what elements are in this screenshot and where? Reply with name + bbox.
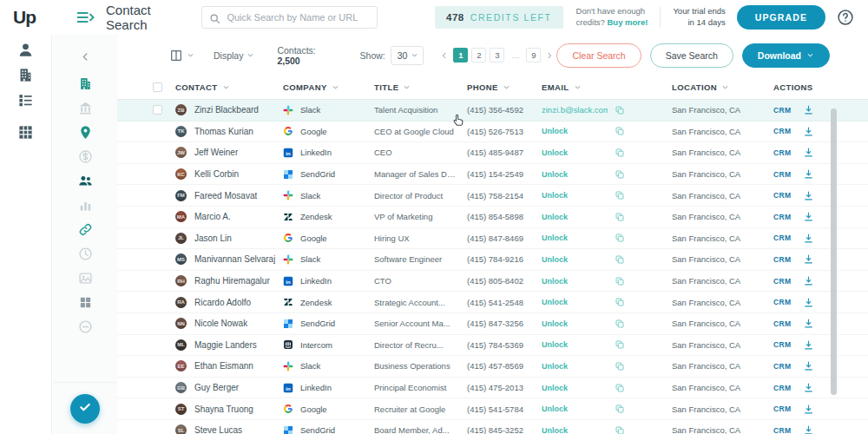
column-header-company[interactable]: COMPANY [283, 82, 374, 92]
crm-button[interactable]: CRM [773, 213, 792, 221]
crm-button[interactable]: CRM [773, 277, 792, 286]
history-filter-icon[interactable] [78, 247, 93, 261]
download-row-icon[interactable] [803, 126, 814, 137]
copy-icon[interactable] [615, 126, 625, 136]
email-value[interactable]: Unlock [542, 362, 608, 371]
download-row-icon[interactable] [803, 168, 814, 180]
sidebar-toggle-icon[interactable] [76, 10, 95, 24]
table-row[interactable]: ST Shayna Truong Google Recruiter at Goo… [117, 398, 868, 420]
crm-button[interactable]: CRM [773, 127, 792, 135]
copy-icon[interactable] [615, 276, 625, 286]
crm-button[interactable]: CRM [773, 319, 792, 328]
email-value[interactable]: Unlock [542, 340, 608, 349]
table-row[interactable]: RH Raghu Hiremagalur in LinkedIn CTO (41… [117, 271, 868, 293]
display-dropdown[interactable]: Display [214, 50, 254, 61]
crm-button[interactable]: CRM [773, 106, 792, 115]
search-input[interactable] [227, 12, 370, 23]
email-value[interactable]: Unlock [542, 255, 608, 264]
columns-layout-control[interactable] [169, 49, 194, 62]
list-view-icon[interactable] [17, 92, 34, 108]
table-row[interactable]: TK Thomas Kurian Google CEO at Google Cl… [117, 122, 868, 143]
copy-icon[interactable] [615, 297, 625, 307]
email-value[interactable]: Unlock [542, 233, 608, 242]
copy-icon[interactable] [615, 254, 625, 265]
copy-icon[interactable] [615, 148, 625, 158]
download-row-icon[interactable] [803, 233, 814, 244]
revenue-filter-icon[interactable] [78, 149, 93, 164]
table-row[interactable]: JW Jeff Weiner in LinkedIn CEO (415) 485… [117, 142, 868, 164]
email-value[interactable]: Unlock [542, 213, 608, 221]
copy-icon[interactable] [615, 404, 625, 414]
crm-button[interactable]: CRM [773, 426, 792, 434]
download-row-icon[interactable] [803, 211, 814, 222]
table-row[interactable]: FM Fareed Mosavat Slack Director of Prod… [117, 185, 868, 207]
email-value[interactable]: Unlock [542, 384, 608, 392]
app-logo[interactable]: Up [0, 7, 49, 28]
download-row-icon[interactable] [803, 275, 814, 286]
download-row-icon[interactable] [803, 424, 814, 434]
copy-icon[interactable] [615, 105, 625, 115]
copy-icon[interactable] [615, 361, 625, 372]
buy-more-link[interactable]: Buy more! [607, 17, 648, 27]
growth-filter-icon[interactable] [78, 198, 93, 213]
download-row-icon[interactable] [803, 382, 814, 393]
column-header-phone[interactable]: PHONE [467, 82, 542, 92]
exclude-filter-icon[interactable] [78, 319, 93, 334]
email-value[interactable]: Unlock [542, 298, 608, 306]
table-row[interactable]: NN Nicole Nowak SendGrid Senior Account … [117, 313, 868, 335]
company-building-icon[interactable] [17, 67, 34, 83]
crm-button[interactable]: CRM [773, 362, 792, 371]
table-row[interactable]: ML Maggie Landers Intercom Director of R… [117, 335, 868, 357]
page-button[interactable]: 9 [526, 48, 541, 62]
download-row-icon[interactable] [803, 318, 814, 329]
download-row-icon[interactable] [803, 297, 814, 308]
copy-icon[interactable] [615, 319, 625, 329]
user-icon[interactable] [17, 42, 34, 58]
page-size-select[interactable]: 30 [391, 46, 424, 65]
crm-button[interactable]: CRM [773, 233, 792, 242]
copy-icon[interactable] [615, 383, 625, 393]
column-header-title[interactable]: TITLE [374, 82, 467, 92]
download-row-icon[interactable] [803, 147, 814, 158]
row-checkbox[interactable] [153, 105, 162, 115]
column-header-email[interactable]: EMAIL [542, 82, 672, 92]
upgrade-button[interactable]: UPGRADE [737, 5, 825, 30]
copy-icon[interactable] [615, 169, 625, 180]
crm-button[interactable]: CRM [773, 255, 792, 264]
copy-icon[interactable] [615, 190, 625, 201]
crm-button[interactable]: CRM [773, 384, 792, 392]
column-header-location[interactable]: LOCATION [672, 82, 773, 92]
download-row-icon[interactable] [803, 190, 814, 201]
crm-button[interactable]: CRM [773, 404, 792, 413]
help-icon[interactable] [837, 9, 854, 26]
prev-page-icon[interactable] [440, 51, 449, 60]
email-value[interactable]: Unlock [542, 148, 608, 157]
links-filter-icon[interactable] [78, 222, 93, 237]
table-row[interactable]: RA Ricardo Adolfo Zendesk Strategic Acco… [117, 292, 868, 313]
table-row[interactable]: JL Jason Lin Google Hiring UX (415) 847-… [117, 228, 868, 250]
copy-icon[interactable] [615, 339, 625, 350]
crm-button[interactable]: CRM [773, 298, 792, 306]
email-value[interactable]: Unlock [542, 404, 608, 413]
email-value[interactable]: Unlock [542, 319, 608, 328]
column-header-contact[interactable]: CONTACT [175, 82, 283, 92]
table-row[interactable]: MA Marcio A. Zendesk VP of Marketing (41… [117, 207, 868, 228]
clear-search-button[interactable]: Clear Search [556, 43, 641, 68]
page-button[interactable]: 3 [490, 48, 504, 62]
table-row[interactable]: KC Kelli Corbin SendGrid Manager of Sale… [117, 164, 868, 186]
copy-icon[interactable] [615, 233, 625, 243]
quick-search-box[interactable] [201, 6, 378, 29]
company-filter-icon[interactable] [78, 76, 93, 91]
table-row[interactable]: ZB Zinzi Blackbeard Slack Talent Acquisi… [117, 100, 868, 122]
vertical-scrollbar[interactable] [831, 108, 837, 395]
page-button[interactable]: 1 [453, 48, 468, 62]
email-value[interactable]: Unlock [542, 191, 608, 200]
location-filter-icon[interactable] [78, 125, 93, 140]
apply-filters-button[interactable] [70, 394, 100, 424]
save-search-button[interactable]: Save Search [650, 43, 733, 68]
download-row-icon[interactable] [803, 253, 814, 265]
download-row-icon[interactable] [803, 339, 814, 351]
table-row[interactable]: EE Ethan Eismann Slack Business Operatio… [117, 356, 868, 378]
email-value[interactable]: Unlock [542, 170, 608, 179]
copy-icon[interactable] [615, 425, 625, 434]
